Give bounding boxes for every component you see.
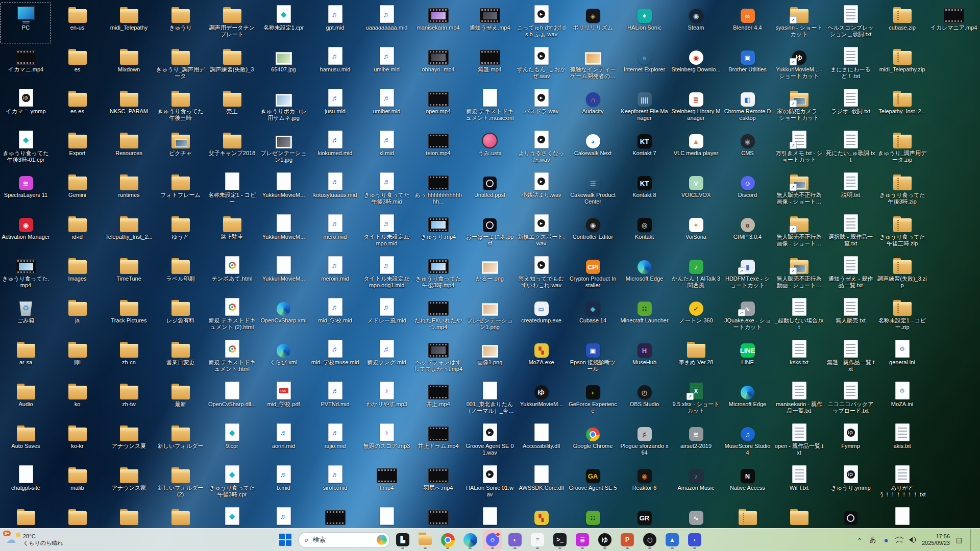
file-explorer-taskbar-button[interactable] [415, 530, 435, 549]
show-desktop-button[interactable] [970, 529, 973, 551]
desktop-icon[interactable] [876, 504, 928, 529]
desktop-icon[interactable]: ▲VLC media player [670, 128, 722, 169]
desktop-icon[interactable]: ▣Epson 接続診断ツール [567, 337, 619, 379]
desktop-icon[interactable]: きゅうり.mp4 [412, 211, 464, 253]
desktop-icon[interactable]: ゆ↗YukkuriMovieM... - ショートカット [773, 44, 825, 86]
desktop-icon[interactable]: ar-sa [0, 337, 52, 379]
desktop-icon[interactable]: ◆きゅうり食ってた午後3時-01.cpr [0, 128, 52, 169]
desktop-icon[interactable]: Track Pictures [103, 295, 155, 337]
desktop-icon[interactable]: Mixdown [103, 44, 155, 86]
desktop-icon[interactable]: ☰Cakewalk Product Center [567, 169, 619, 211]
desktop-icon[interactable]: PDFmid_学校.pdf [258, 379, 309, 420]
desktop-icon[interactable]: 新規 テキストドキュメント (2).html [206, 295, 258, 337]
desktop-icon[interactable]: ↗万引きメモ.txt - ショートカット [773, 128, 825, 169]
desktop-icon[interactable]: 路上駐車 [206, 211, 258, 253]
desktop-icon[interactable]: ◉Activation Manager [0, 211, 52, 253]
desktop-icon[interactable]: ♬新規ソング.mid [361, 337, 412, 379]
desktop-icon[interactable]: 名称未設定1 - コピー [206, 169, 258, 211]
start-button[interactable] [276, 530, 295, 549]
desktop-icon[interactable]: ∷Minecraft Launcher [619, 295, 670, 337]
desktop-icon[interactable]: ゆうと [155, 211, 206, 253]
desktop-icon[interactable]: Images [52, 253, 103, 295]
weather-widget[interactable]: ☁9+ 28°C くもりのち晴れ [0, 533, 107, 546]
desktop-icon[interactable]: OpenCvSharp.xml [258, 295, 309, 337]
desktop-icon[interactable]: ja [52, 295, 103, 337]
terminal-taskbar-button[interactable]: >_ [550, 530, 570, 549]
desktop-icon[interactable]: HMuseHub [619, 337, 670, 379]
desktop-icon[interactable]: ありがとう！！！！！！.txt [876, 462, 928, 504]
desktop-icon[interactable]: ♬ [258, 504, 309, 529]
desktop-icon[interactable]: ✦VoiSona [670, 211, 722, 253]
desktop-icon[interactable]: ▭createdump.exe [516, 295, 567, 337]
desktop-icon[interactable]: きゅうり [155, 2, 206, 44]
desktop-icon[interactable]: ▶答え知ってでもむずいわこれ.wav [516, 253, 567, 295]
desktop-icon[interactable]: GR [619, 504, 670, 529]
desktop-icon[interactable]: ♬gpt.mid [309, 2, 361, 44]
desktop-icon[interactable]: アナウンス夏 [103, 420, 155, 462]
desktop-icon[interactable]: 最新 [155, 379, 206, 420]
dark-photo-app-taskbar-button[interactable]: ▙ [393, 530, 412, 549]
desktop-icon[interactable]: en-us [52, 2, 103, 44]
desktop-icon[interactable]: open.mp4 [412, 86, 464, 128]
desktop-icon[interactable]: ko-kr [52, 420, 103, 462]
desktop-icon[interactable]: ♬タイトル未設定.tempo.mid [361, 211, 412, 253]
desktop-icon[interactable]: Accessibility.dll [516, 420, 567, 462]
desktop-icon[interactable]: ラジオ_歌詞.txt [825, 86, 876, 128]
desktop-icon[interactable]: ≋airset2-2019 [670, 420, 722, 462]
desktop-icon[interactable]: ||||Keepforest File Manager [619, 86, 670, 128]
volume-icon[interactable] [909, 537, 917, 543]
search-input[interactable]: ⌕ 検索 [298, 532, 390, 548]
desktop-icon[interactable] [722, 504, 773, 529]
desktop-icon[interactable]: ko [52, 379, 103, 420]
desktop-icon[interactable]: アナウンス家 [103, 462, 155, 504]
desktop-icon[interactable]: zh-cn [103, 337, 155, 379]
desktop-icon[interactable]: かるー.png [464, 253, 516, 295]
desktop-icon[interactable]: レジ袋有料 [155, 295, 206, 337]
desktop-icon[interactable]: ∩Audacity [567, 86, 619, 128]
magenta-stack-app-taskbar-button[interactable]: ≣ [573, 530, 592, 549]
desktop-icon[interactable]: ♬b.mid [258, 462, 309, 504]
desktop-icon[interactable]: Microsoft Edge [619, 253, 670, 295]
desktop-icon[interactable]: ♬mid_学校muse.mid [309, 337, 361, 379]
desktop-icon[interactable]: ↗家の防犯カメラ - ショートカット [773, 86, 825, 128]
purple-moon-app-taskbar-button[interactable]: ◐ [505, 530, 525, 549]
desktop-icon[interactable]: ✓ノートン 360 [670, 295, 722, 337]
desktop-icon[interactable]: きゅうり食ってた午後3時.zip [876, 169, 928, 211]
desktop-icon[interactable]: 通知うぜえ.mp4 [464, 2, 516, 44]
desktop-icon[interactable]: Gemini [52, 169, 103, 211]
desktop-icon[interactable]: Auto Saves [0, 420, 52, 462]
desktop-icon[interactable]: ♬jusu.mid [309, 86, 361, 128]
desktop-icon[interactable]: 孤独なインディーゲーム開発者の一生 ... [567, 44, 619, 86]
desktop-icon[interactable]: ◆9.cpr [206, 420, 258, 462]
desktop-icon[interactable]: イカマニ.mp4 [0, 44, 52, 86]
desktop-icon[interactable]: ゆFymmp [825, 420, 876, 462]
desktop-icon[interactable]: ♫MuseScore Studio 4 [722, 420, 773, 462]
desktop-icon[interactable] [309, 504, 361, 529]
desktop-icon[interactable]: KTKontakt 7 [619, 128, 670, 169]
desktop-icon[interactable]: ↗無人販売不正行為画像 - ショートカッ... [773, 169, 825, 211]
desktop-icon[interactable]: テンポあて.html [206, 253, 258, 295]
desktop-icon[interactable]: ohhayo-.mp4 [412, 44, 464, 86]
desktop-icon[interactable] [412, 504, 464, 529]
desktop-icon[interactable]: フォトフレーム [155, 169, 206, 211]
desktop-icon[interactable]: ▶新規エクスポート.wav [516, 211, 567, 253]
desktop-icon[interactable]: YukkuriMovieM... [258, 211, 309, 253]
desktop-icon[interactable]: ↗無人販売不正行為動画 - ショートカット [773, 253, 825, 295]
desktop-icon[interactable]: ▶バスドラ.wav [516, 86, 567, 128]
desktop-icon[interactable]: ♬hamusu.mid [309, 44, 361, 86]
desktop-icon[interactable]: ヘルスコンプレッション＿歌詞.txt [825, 2, 876, 44]
desktop-icon[interactable]: LINELINE [722, 337, 773, 379]
desktop-icon[interactable]: ♪Amazon Music [670, 462, 722, 504]
desktop-icon[interactable]: ♬aorin.mid [258, 420, 309, 462]
desktop-icon[interactable] [773, 504, 825, 529]
notification-icon[interactable]: ▤ [955, 536, 963, 544]
desktop-icon[interactable] [825, 504, 876, 529]
desktop-icon[interactable]: まにまにわーるど！.txt [825, 44, 876, 86]
desktop-icon[interactable]: X↗9.5.xlsx - ショートカット [670, 379, 722, 420]
desktop-icon[interactable]: CPICrypton Product Installer [567, 253, 619, 295]
desktop-icon[interactable]: ↗syasinn - ショートカット [773, 2, 825, 44]
desktop-icon[interactable]: ɞGIMP 3.0.4 [722, 211, 773, 253]
desktop-icon[interactable]: 無題.mp4 [464, 44, 516, 86]
desktop-icon[interactable]: open - 親作品一覧.txt [773, 420, 825, 462]
desktop-icon[interactable]: ▶小銭詰まり.wav [516, 169, 567, 211]
